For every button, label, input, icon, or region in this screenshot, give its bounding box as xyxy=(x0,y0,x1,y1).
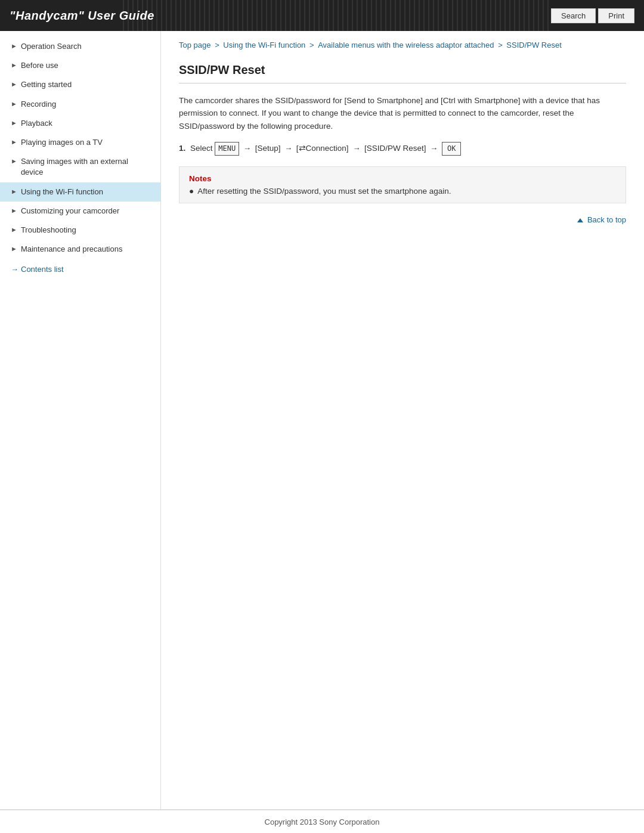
footer-divider: Copyright 2013 Sony Corporation 131 xyxy=(0,809,644,833)
sidebar-item-label: Playing images on a TV xyxy=(21,137,152,148)
ok-button-icon: OK xyxy=(442,142,461,156)
sidebar-item-getting-started[interactable]: ► Getting started xyxy=(0,75,160,94)
breadcrumb-separator: > xyxy=(309,41,316,49)
bullet-icon: ● xyxy=(189,187,194,196)
chevron-right-icon: ► xyxy=(11,42,17,51)
notes-box: Notes ● After resetting the SSID/passwor… xyxy=(179,166,626,203)
print-button[interactable]: Print xyxy=(598,8,634,23)
search-button[interactable]: Search xyxy=(551,8,596,23)
sidebar-item-before-use[interactable]: ► Before use xyxy=(0,56,160,75)
sidebar: ► Operation Search ► Before use ► Gettin… xyxy=(0,31,161,809)
step-setup: [Setup] xyxy=(255,144,281,153)
sidebar-item-troubleshooting[interactable]: ► Troubleshooting xyxy=(0,221,160,240)
sidebar-item-label: Getting started xyxy=(21,79,152,90)
chevron-right-icon: ► xyxy=(11,157,17,166)
sidebar-item-operation-search[interactable]: ► Operation Search xyxy=(0,37,160,56)
back-to-top: Back to top xyxy=(179,215,626,224)
chevron-right-icon: ► xyxy=(11,80,17,89)
sidebar-item-playing-images-tv[interactable]: ► Playing images on a TV xyxy=(0,133,160,152)
chevron-right-icon: ► xyxy=(11,61,17,70)
sidebar-item-customizing[interactable]: ► Customizing your camcorder xyxy=(0,202,160,221)
back-to-top-label: Back to top xyxy=(587,215,626,224)
header: "Handycam" User Guide Search Print xyxy=(0,0,644,31)
header-buttons: Search Print xyxy=(551,8,634,23)
breadcrumb-wifi[interactable]: Using the Wi-Fi function xyxy=(223,41,305,49)
breadcrumb: Top page > Using the Wi-Fi function > Av… xyxy=(179,31,626,57)
sidebar-item-label: Before use xyxy=(21,60,152,71)
breadcrumb-current[interactable]: SSID/PW Reset xyxy=(506,41,561,49)
breadcrumb-separator: > xyxy=(215,41,221,49)
chevron-right-icon: ► xyxy=(11,119,17,128)
step-1: 1. Select MENU → [Setup] → [⇄Connection]… xyxy=(179,142,626,156)
arrow-icon: → xyxy=(243,144,253,153)
copyright: Copyright 2013 Sony Corporation xyxy=(265,817,380,826)
body-text: The camcorder shares the SSID/password f… xyxy=(179,94,626,133)
step-connection: [⇄Connection] xyxy=(296,144,349,153)
sidebar-item-label: Using the Wi-Fi function xyxy=(21,187,152,197)
arrow-icon: → xyxy=(430,144,440,153)
back-to-top-link[interactable]: Back to top xyxy=(577,215,626,224)
contents-list-label: Contents list xyxy=(21,265,64,274)
sidebar-item-recording[interactable]: ► Recording xyxy=(0,95,160,114)
notes-text: After resetting the SSID/password, you m… xyxy=(197,187,451,196)
sidebar-item-label: Recording xyxy=(21,99,152,110)
chevron-right-icon: ► xyxy=(11,100,17,109)
sidebar-item-wifi[interactable]: ► Using the Wi-Fi function xyxy=(0,182,160,202)
sidebar-item-label: Customizing your camcorder xyxy=(21,206,152,216)
sidebar-item-label: Troubleshooting xyxy=(21,225,152,236)
menu-button-icon: MENU xyxy=(215,142,239,156)
chevron-right-icon: ► xyxy=(11,206,17,215)
header-stripe xyxy=(119,0,549,31)
breadcrumb-top[interactable]: Top page xyxy=(179,41,211,49)
page-title: SSID/PW Reset xyxy=(179,63,626,83)
breadcrumb-separator: > xyxy=(498,41,504,49)
sidebar-item-playback[interactable]: ► Playback xyxy=(0,114,160,133)
chevron-right-icon: ► xyxy=(11,187,17,196)
sidebar-item-label: Maintenance and precautions xyxy=(21,244,152,255)
breadcrumb-available-menus[interactable]: Available menus with the wireless adapto… xyxy=(318,41,494,49)
notes-title: Notes xyxy=(189,174,616,183)
chevron-right-icon: ► xyxy=(11,138,17,147)
sidebar-item-label: Operation Search xyxy=(21,41,152,52)
step-number: 1. xyxy=(179,144,185,153)
sidebar-item-saving-images[interactable]: ► Saving images with an external device xyxy=(0,152,160,182)
arrow-icon: → xyxy=(284,144,295,153)
sidebar-item-maintenance[interactable]: ► Maintenance and precautions xyxy=(0,240,160,259)
step-ssid: [SSID/PW Reset] xyxy=(364,144,426,153)
triangle-up-icon xyxy=(577,218,583,222)
chevron-right-icon: ► xyxy=(11,225,17,234)
chevron-right-icon: ► xyxy=(11,244,17,253)
notes-item: ● After resetting the SSID/password, you… xyxy=(189,187,616,196)
sidebar-item-label: Playback xyxy=(21,118,152,129)
contents-list-link[interactable]: → Contents list xyxy=(0,259,160,277)
arrow-right-icon: → xyxy=(11,265,18,274)
layout: ► Operation Search ► Before use ► Gettin… xyxy=(0,31,644,809)
step-prefix: Select xyxy=(190,144,213,153)
arrow-icon: → xyxy=(352,144,363,153)
sidebar-item-label: Saving images with an external device xyxy=(21,156,152,178)
footer: Copyright 2013 Sony Corporation xyxy=(0,810,644,833)
main-content: Top page > Using the Wi-Fi function > Av… xyxy=(161,31,644,809)
